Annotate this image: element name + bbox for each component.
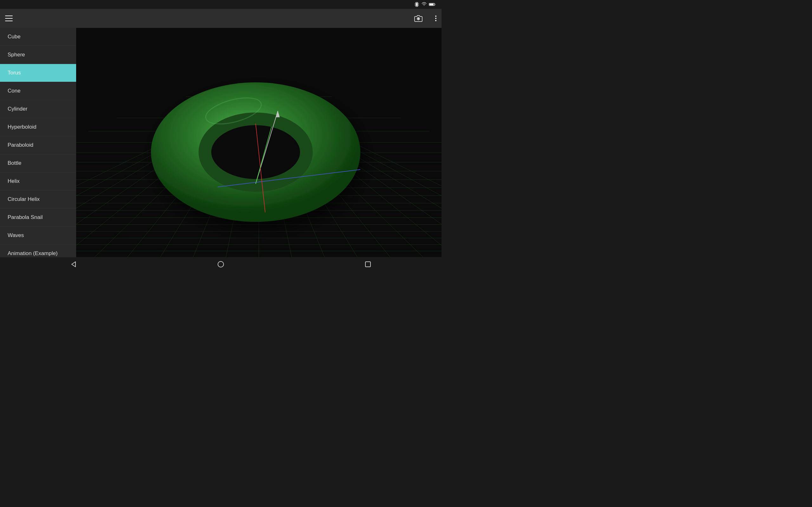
- sidebar-item-cylinder[interactable]: Cylinder: [0, 100, 76, 118]
- wifi-icon: [421, 2, 427, 7]
- sidebar-item-parabola-snail[interactable]: Parabola Snail: [0, 209, 76, 227]
- hamburger-menu-button[interactable]: [5, 15, 13, 21]
- sidebar-item-cube[interactable]: Cube: [0, 28, 76, 46]
- svg-marker-21: [72, 262, 75, 267]
- sidebar-item-cone[interactable]: Cone: [0, 82, 76, 100]
- sidebar-item-helix[interactable]: Helix: [0, 172, 76, 190]
- sidebar-item-hyperboloid[interactable]: Hyperboloid: [0, 118, 76, 136]
- main-content: CubeSphereTorusConeCylinderHyperboloidPa…: [0, 28, 442, 257]
- sidebar-item-paraboloid[interactable]: Paraboloid: [0, 136, 76, 154]
- svg-point-11: [418, 18, 419, 20]
- svg-rect-1: [416, 3, 417, 6]
- vibrate-icon: [414, 2, 419, 7]
- home-icon: [217, 261, 224, 268]
- sidebar-item-torus[interactable]: Torus: [0, 64, 76, 82]
- sidebar-item-sphere[interactable]: Sphere: [0, 46, 76, 64]
- recents-button[interactable]: [358, 257, 377, 271]
- sidebar-item-waves[interactable]: Waves: [0, 227, 76, 245]
- 3d-viewport[interactable]: [76, 28, 442, 257]
- svg-rect-9: [429, 3, 434, 5]
- battery-icon: [429, 3, 436, 6]
- nav-bar: [0, 257, 442, 271]
- home-button[interactable]: [211, 257, 230, 271]
- back-button[interactable]: [64, 257, 83, 271]
- sidebar-item-circular-helix[interactable]: Circular Helix: [0, 190, 76, 209]
- sidebar: CubeSphereTorusConeCylinderHyperboloidPa…: [0, 28, 76, 257]
- sidebar-item-bottle[interactable]: Bottle: [0, 154, 76, 172]
- recents-icon: [365, 262, 371, 267]
- back-icon: [70, 261, 77, 268]
- status-icons: [414, 2, 438, 7]
- sidebar-item-animation-example[interactable]: Animation (Example): [0, 245, 76, 257]
- status-bar: [0, 0, 442, 9]
- more-options-button[interactable]: [435, 15, 437, 21]
- torus-svg: [138, 44, 379, 241]
- torus-container: [76, 28, 442, 257]
- app-bar-actions: [414, 15, 437, 22]
- camera-icon[interactable]: [414, 15, 422, 22]
- app-bar: [0, 9, 442, 28]
